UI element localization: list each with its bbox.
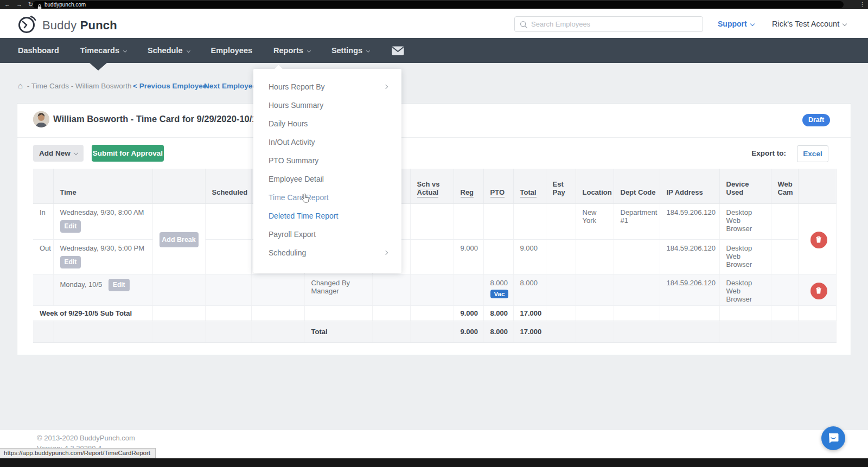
browser-forward-icon[interactable]: → <box>16 1 22 9</box>
breadcrumb: ⌂ - Time Cards - William Bosworth <box>18 81 132 90</box>
mouse-cursor-icon <box>301 194 309 206</box>
subtotal-reg: 9.000 <box>454 305 483 321</box>
add-break-button[interactable]: Add Break <box>159 232 199 247</box>
subtotal-total: 17.000 <box>513 305 546 321</box>
chevron-down-icon <box>366 49 370 53</box>
menu-item-payroll-export[interactable]: Payroll Export <box>253 225 401 244</box>
timecard-card: William Bosworth - Time Card for 9/29/20… <box>17 103 851 355</box>
logo-text: Buddy Punch <box>42 18 117 33</box>
edit-pto-button[interactable]: Edit <box>108 279 130 291</box>
dept-code-cell: Department #1 <box>614 203 660 239</box>
browser-menu-icon[interactable]: ⋮ <box>859 1 865 9</box>
ip-address-cell: 184.59.206.120 <box>660 239 719 274</box>
edit-punch-button[interactable]: Edit <box>60 256 81 268</box>
nav-item-reports[interactable]: Reports <box>273 46 310 55</box>
chevron-down-icon <box>186 49 190 53</box>
nav-item-settings[interactable]: Settings <box>331 46 369 55</box>
device-used-cell: Desktop Web Browser <box>719 203 771 239</box>
browser-back-icon[interactable]: ← <box>4 1 10 9</box>
chevron-right-icon <box>384 251 388 255</box>
chevron-down-icon <box>843 22 847 26</box>
chevron-down-icon <box>123 49 127 53</box>
total-total: 17.000 <box>513 321 546 342</box>
menu-item-time-card-report[interactable]: Time Card Report <box>253 188 401 207</box>
export-excel-button[interactable]: Excel <box>797 145 828 162</box>
col-dept-code: Dept Code <box>614 169 660 203</box>
total-reg: 9.000 <box>454 321 483 342</box>
home-icon[interactable]: ⌂ <box>18 81 23 90</box>
actions-cell <box>798 203 836 274</box>
menu-item-deleted-time-report[interactable]: Deleted Time Report <box>253 207 401 225</box>
device-used-cell: Desktop Web Browser <box>719 274 771 305</box>
menu-item-scheduling[interactable]: Scheduling <box>253 244 401 262</box>
employee-avatar <box>33 111 49 127</box>
pto-row: Monday, 10/5 Edit Changed By Manager 8.0… <box>33 274 836 305</box>
total-pto: 8.000 <box>483 321 513 342</box>
account-menu[interactable]: Rick's Test Account <box>772 20 846 28</box>
total-row: Total 9.000 8.000 17.000 <box>33 321 836 342</box>
search-input[interactable] <box>531 17 694 31</box>
punch-type-cell: Out <box>33 239 53 274</box>
buddypunch-logo[interactable]: Buddy Punch <box>16 14 117 37</box>
search-icon <box>520 21 528 31</box>
nav-item-timecards[interactable]: Timecards <box>80 46 126 55</box>
browser-bar: ← → ↻ buddypunch.com ⋮ <box>0 0 868 9</box>
device-used-cell: Desktop Web Browser <box>719 239 771 274</box>
subtotal-row: Week of 9/29-10/5 Sub Total 9.000 8.000 … <box>33 305 836 321</box>
pto-date-cell: Monday, 10/5 Edit <box>53 274 152 305</box>
menu-item-hours-report-by[interactable]: Hours Report By <box>253 78 401 96</box>
subtotal-pto: 8.000 <box>483 305 513 321</box>
active-tab-notch <box>90 63 107 71</box>
col-total[interactable]: Total <box>513 169 546 203</box>
previous-employee-link[interactable]: < Previous Employee <box>133 82 207 90</box>
timecard-table: Time Scheduled Sch vs Actual Reg PTO Tot… <box>33 169 837 343</box>
app-header: Buddy Punch Support Rick's Test Account <box>0 9 868 38</box>
ssl-lock-icon <box>37 2 42 12</box>
reports-dropdown-menu: Hours Report By Hours Summary Daily Hour… <box>253 69 401 273</box>
total-hours-cell: 9.000 <box>513 239 546 274</box>
chevron-down-icon <box>307 49 311 53</box>
col-break <box>152 169 205 203</box>
delete-pto-button[interactable] <box>810 283 827 299</box>
browser-address-bar[interactable]: buddypunch.com <box>33 1 844 8</box>
menu-item-in-out-activity[interactable]: In/Out Activity <box>253 133 401 151</box>
menu-item-employee-detail[interactable]: Employee Detail <box>253 170 401 188</box>
punch-time-cell: Wednesday, 9/30, 8:00 AM Edit <box>53 203 152 239</box>
ip-address-cell: 184.59.206.120 <box>660 203 719 239</box>
menu-item-hours-summary[interactable]: Hours Summary <box>253 96 401 114</box>
delete-punch-button[interactable] <box>810 232 827 248</box>
menu-item-pto-summary[interactable]: PTO Summary <box>253 151 401 170</box>
chevron-right-icon <box>384 85 388 89</box>
employee-search <box>514 16 703 32</box>
break-cell: Add Break <box>152 203 205 274</box>
col-reg[interactable]: Reg <box>454 169 483 203</box>
support-menu[interactable]: Support <box>718 20 754 28</box>
screen: ← → ↻ buddypunch.com ⋮ Buddy Punch <box>0 0 868 467</box>
col-est-pay: Est Pay <box>546 169 576 203</box>
add-new-button[interactable]: Add New <box>33 145 84 162</box>
edit-punch-button[interactable]: Edit <box>60 220 81 233</box>
col-location: Location <box>576 169 614 203</box>
col-sch-vs-actual[interactable]: Sch vs Actual <box>410 169 454 203</box>
chevron-down-icon <box>750 22 754 26</box>
menu-item-daily-hours[interactable]: Daily Hours <box>253 114 401 133</box>
table-header-row: Time Scheduled Sch vs Actual Reg PTO Tot… <box>33 169 836 203</box>
col-device-used: Device Used <box>719 169 771 203</box>
export-to-label: Export to: <box>732 149 786 157</box>
col-time: Time <box>53 169 152 203</box>
mail-icon[interactable] <box>392 46 404 55</box>
nav-item-schedule[interactable]: Schedule <box>148 46 189 55</box>
submit-for-approval-button[interactable]: Submit for Approval <box>92 145 164 162</box>
subtotal-label: Week of 9/29-10/5 Sub Total <box>33 305 152 321</box>
status-badge: Draft <box>802 114 830 126</box>
col-pto[interactable]: PTO <box>483 169 513 203</box>
chevron-down-icon <box>74 151 78 155</box>
total-label: Total <box>304 321 372 342</box>
nav-item-dashboard[interactable]: Dashboard <box>18 46 59 55</box>
punch-row-in: In Wednesday, 9/30, 8:00 AM Edit Add Bre… <box>33 203 836 239</box>
chat-widget-button[interactable] <box>821 426 845 450</box>
punch-time-cell: Wednesday, 9/30, 5:00 PM Edit <box>53 239 152 274</box>
col-ip-address: IP Address <box>660 169 719 203</box>
nav-item-employees[interactable]: Employees <box>211 46 253 55</box>
browser-url: buddypunch.com <box>44 1 86 8</box>
